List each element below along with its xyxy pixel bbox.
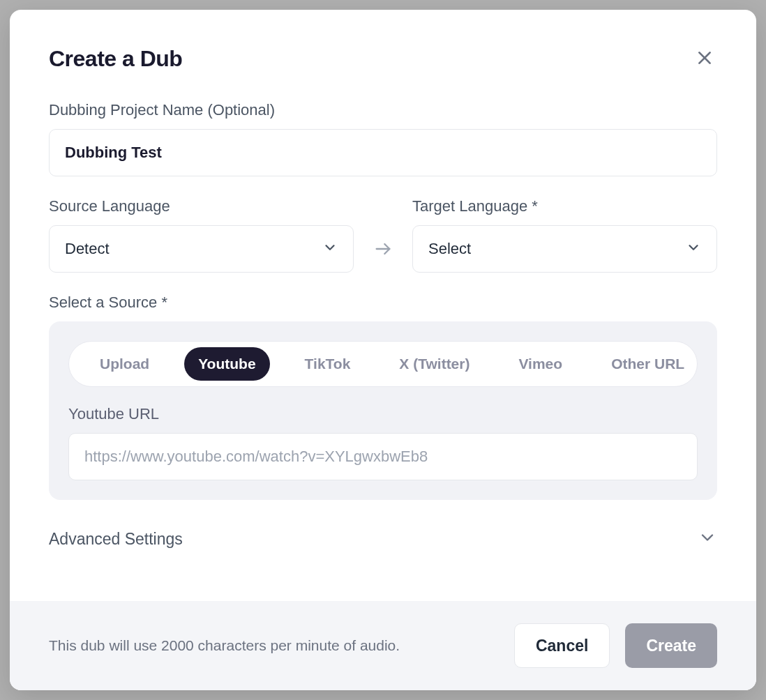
arrow-right-icon [373,225,393,273]
modal-body: Create a Dub Dubbing Project Name (Optio… [10,10,756,601]
create-button[interactable]: Create [625,623,717,668]
advanced-settings-label: Advanced Settings [49,530,183,549]
youtube-url-label: Youtube URL [68,405,698,423]
chevron-down-icon [698,528,717,550]
modal-header: Create a Dub [49,46,717,72]
source-language-select[interactable]: Detect [49,225,354,273]
footer-buttons: Cancel Create [514,623,717,668]
source-language-value: Detect [65,240,110,258]
tab-youtube[interactable]: Youtube [184,347,269,381]
modal-footer: This dub will use 2000 characters per mi… [10,601,756,690]
tab-tiktok[interactable]: TikTok [291,347,365,381]
close-button[interactable] [692,47,717,72]
chevron-down-icon [322,240,338,258]
tab-vimeo[interactable]: Vimeo [504,347,576,381]
footer-note: This dub will use 2000 characters per mi… [49,637,400,654]
target-language-field: Target Language * Select [412,197,717,273]
source-panel: Upload Youtube TikTok X (Twitter) Vimeo … [49,321,717,500]
target-language-value: Select [428,240,471,258]
modal-title: Create a Dub [49,46,182,72]
tab-other-url[interactable]: Other URL [597,347,698,381]
close-icon [696,49,714,69]
source-section-label: Select a Source * [49,294,717,312]
tab-upload[interactable]: Upload [86,347,163,381]
project-name-input[interactable] [49,129,717,176]
youtube-url-input[interactable] [68,433,698,480]
source-language-field: Source Language Detect [49,197,354,273]
advanced-settings-toggle[interactable]: Advanced Settings [49,528,717,550]
chevron-down-icon [686,240,701,258]
source-tabs: Upload Youtube TikTok X (Twitter) Vimeo … [68,341,698,387]
source-section: Select a Source * Upload Youtube TikTok … [49,294,717,500]
language-row: Source Language Detect Target L [49,197,717,273]
tab-x-twitter[interactable]: X (Twitter) [385,347,483,381]
target-language-label: Target Language * [412,197,717,215]
project-name-label: Dubbing Project Name (Optional) [49,101,717,119]
target-language-select[interactable]: Select [412,225,717,273]
project-name-field: Dubbing Project Name (Optional) [49,101,717,176]
cancel-button[interactable]: Cancel [514,623,610,668]
source-language-label: Source Language [49,197,354,215]
create-dub-modal: Create a Dub Dubbing Project Name (Optio… [10,10,756,690]
